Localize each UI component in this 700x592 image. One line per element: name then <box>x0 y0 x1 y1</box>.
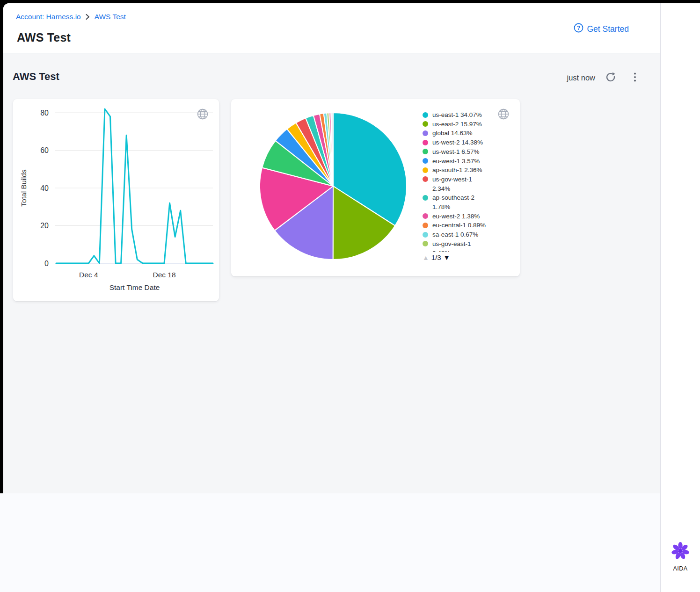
legend-item-label: us-east-1 34.07% <box>432 110 482 120</box>
legend-item-us-east-2[interactable]: us-east-2 15.97% <box>423 120 508 129</box>
legend-item-label: sa-east-1 0.67% <box>432 230 478 239</box>
legend-item-eu-west-2[interactable]: eu-west-2 1.38% <box>423 212 508 221</box>
refresh-button[interactable] <box>605 72 616 84</box>
pie-legend: us-east-1 34.07%us-east-2 15.97%global 1… <box>423 110 508 261</box>
legend-page-up-icon[interactable]: ▲ <box>423 254 429 261</box>
legend-item-label: us-west-2 14.38% <box>432 138 483 147</box>
y-tick-label: 0 <box>44 260 49 267</box>
globe-icon[interactable] <box>497 108 510 120</box>
get-started-button[interactable]: ? Get Started <box>574 23 629 35</box>
legend-dot-icon <box>423 176 428 182</box>
right-sidebar-strip: AIDA <box>660 3 700 592</box>
legend-item-label: eu-west-2 1.38% <box>432 212 480 221</box>
legend-item-label: us-gov-west-12.34% <box>432 175 472 193</box>
y-tick-label: 20 <box>40 222 49 230</box>
aida-widget[interactable]: AIDA <box>661 541 700 572</box>
line-chart-svg: 020406080Dec 4Dec 18Total BuildsStart Ti… <box>13 99 219 301</box>
total-builds-series-line[interactable] <box>56 109 213 263</box>
dashboard-area: AWS Test just now 0204060 <box>3 53 660 493</box>
legend-item-label: ap-southeast-21.78% <box>432 193 474 211</box>
get-started-label: Get Started <box>587 24 629 34</box>
page-title: AWS Test <box>17 31 71 44</box>
legend-dot-icon <box>423 223 428 228</box>
y-tick-label: 60 <box>40 146 49 154</box>
legend-dot-icon <box>423 232 428 238</box>
legend-item-us-west-2[interactable]: us-west-2 14.38% <box>423 138 508 147</box>
refresh-cluster: just now <box>567 72 636 84</box>
pie-legend-list: us-east-1 34.07%us-east-2 15.97%global 1… <box>423 110 508 252</box>
y-axis-title: Total Builds <box>20 169 28 207</box>
x-tick-label: Dec 4 <box>79 271 98 279</box>
y-tick-label: 40 <box>40 184 49 192</box>
refresh-icon <box>605 72 616 84</box>
legend-dot-icon <box>423 130 428 136</box>
legend-dot-icon <box>423 121 428 127</box>
legend-dot-icon <box>423 140 428 145</box>
last-refreshed-text: just now <box>567 73 595 82</box>
x-tick-label: Dec 18 <box>153 271 175 279</box>
legend-item-us-gov-west-1[interactable]: us-gov-west-12.34% <box>423 175 508 193</box>
legend-dot-icon <box>423 112 428 118</box>
legend-dot-icon <box>423 167 428 173</box>
globe-icon[interactable] <box>197 108 209 120</box>
x-axis-title: Start Time Date <box>109 283 160 291</box>
legend-item-eu-central-1[interactable]: eu-central-1 0.89% <box>423 221 508 230</box>
legend-dot-icon <box>423 195 428 201</box>
y-tick-label: 80 <box>40 109 49 117</box>
legend-item-us-east-1[interactable]: us-east-1 34.07% <box>423 110 508 120</box>
legend-dot-icon <box>423 213 428 219</box>
main-content-panel: Account: Harness.io AWS Test AWS Test ? … <box>3 3 660 493</box>
bottom-strip <box>0 493 660 592</box>
legend-dot-icon <box>423 149 428 154</box>
legend-item-label: us-gov-east-10.48% <box>432 239 471 252</box>
legend-item-global[interactable]: global 14.63% <box>423 129 508 138</box>
legend-item-ap-southeast-2[interactable]: ap-southeast-21.78% <box>423 193 508 211</box>
help-icon: ? <box>574 23 583 35</box>
legend-item-sa-east-1[interactable]: sa-east-1 0.67% <box>423 230 508 239</box>
legend-page-indicator: 1/3 <box>431 253 441 261</box>
legend-dot-icon <box>423 158 428 164</box>
legend-item-label: us-west-1 6.57% <box>432 147 480 157</box>
kebab-menu-icon <box>634 72 636 84</box>
svg-text:?: ? <box>576 25 580 31</box>
page-background: { "colors": { "accent_blue": "#1a73e8", … <box>0 0 700 592</box>
dashboard-title: AWS Test <box>13 71 59 83</box>
legend-pagination: ▲ 1/3 ▼ <box>423 253 508 261</box>
legend-page-down-icon[interactable]: ▼ <box>444 254 450 261</box>
aida-flower-icon <box>671 541 690 562</box>
aida-label: AIDA <box>673 565 687 572</box>
legend-item-ap-south-1[interactable]: ap-south-1 2.36% <box>423 166 508 175</box>
dashboard-menu-button[interactable] <box>634 72 636 84</box>
page-header: Account: Harness.io AWS Test AWS Test ? … <box>3 3 660 53</box>
chevron-right-icon <box>86 14 90 20</box>
breadcrumb: Account: Harness.io AWS Test <box>16 13 126 21</box>
legend-item-label: global 14.63% <box>432 129 473 138</box>
legend-item-label: ap-south-1 2.36% <box>432 166 482 175</box>
legend-item-eu-west-1[interactable]: eu-west-1 3.57% <box>423 157 508 166</box>
legend-item-label: eu-west-1 3.57% <box>432 157 480 166</box>
legend-item-label: eu-central-1 0.89% <box>432 221 486 230</box>
legend-item-label: us-east-2 15.97% <box>432 120 482 129</box>
total-builds-chart: 020406080Dec 4Dec 18Total BuildsStart Ti… <box>13 99 219 301</box>
total-builds-card: 020406080Dec 4Dec 18Total BuildsStart Ti… <box>13 99 219 301</box>
legend-dot-icon <box>423 241 428 246</box>
breadcrumb-current-link[interactable]: AWS Test <box>95 13 126 21</box>
breadcrumb-account-link[interactable]: Account: Harness.io <box>16 13 81 21</box>
legend-item-us-west-1[interactable]: us-west-1 6.57% <box>423 147 508 157</box>
region-pie-card: us-east-1 34.07%us-east-2 15.97%global 1… <box>231 99 520 276</box>
legend-item-us-gov-east-1[interactable]: us-gov-east-10.48% <box>423 239 508 252</box>
